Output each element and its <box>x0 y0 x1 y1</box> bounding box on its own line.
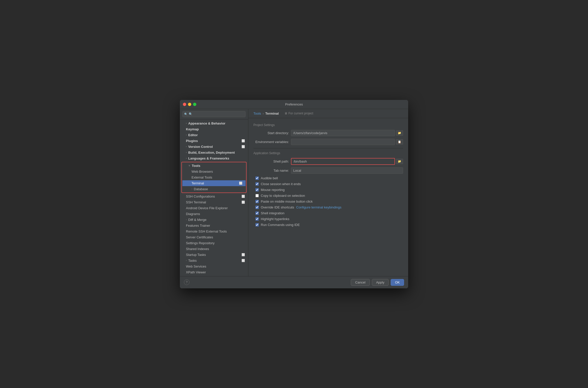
sidebar-item-label: Startup Tasks <box>186 253 206 257</box>
close-button[interactable] <box>183 103 186 106</box>
badge-icon: ⬜ <box>241 253 245 256</box>
sidebar-item-shared-indexes[interactable]: Shared Indexes <box>180 246 248 252</box>
mouse-reporting-checkbox[interactable] <box>255 188 259 191</box>
sidebar-item-editor[interactable]: › Editor <box>180 132 248 138</box>
checkbox-paste-middle: Paste on middle mouse button click <box>253 200 403 203</box>
shell-path-row: Shell path: 📁 <box>253 158 403 165</box>
sidebar-item-label: External Tools <box>192 175 212 179</box>
sidebar-item-diff-merge[interactable]: › Diff & Merge <box>180 217 248 223</box>
sidebar-item-ssh-terminal[interactable]: SSH Terminal ⬜ <box>180 199 248 205</box>
sidebar-item-version-control[interactable]: › Version Control ⬜ <box>180 144 248 150</box>
mouse-reporting-label: Mouse reporting <box>261 188 285 192</box>
copy-clipboard-checkbox[interactable] <box>255 194 259 197</box>
shell-integration-checkbox[interactable] <box>255 211 259 215</box>
sidebar-item-xpath-viewer[interactable]: XPath Viewer <box>180 269 248 275</box>
checkbox-audible-bell: Audible bell <box>253 176 403 180</box>
checkbox-copy-clipboard: Copy to clipboard on selection <box>253 194 403 198</box>
sidebar-item-web-browsers[interactable]: Web Browsers <box>182 169 246 174</box>
override-ide-checkbox[interactable] <box>255 206 259 209</box>
paste-middle-label: Paste on middle mouse button click <box>261 200 313 203</box>
start-dir-browse-button[interactable]: 📁 <box>396 130 403 136</box>
env-vars-wrap: 📋 <box>291 139 403 145</box>
apply-button[interactable]: Apply <box>372 279 389 286</box>
sidebar-item-tools[interactable]: ∨ Tools <box>182 163 246 169</box>
minimize-button[interactable] <box>188 103 191 106</box>
sidebar-item-appearance[interactable]: › Appearance & Behavior <box>180 120 248 126</box>
search-input[interactable] <box>182 111 246 117</box>
sidebar-item-label: Database <box>194 187 208 191</box>
env-vars-row: Environment variables: 📋 <box>253 139 403 145</box>
highlight-hyperlinks-checkbox[interactable] <box>255 217 259 221</box>
chevron-icon: › <box>186 151 187 154</box>
help-button[interactable]: ? <box>184 279 189 285</box>
sidebar-item-server-certs[interactable]: Server Certificates <box>180 234 248 240</box>
maximize-button[interactable] <box>193 103 196 106</box>
sidebar: 🔍 › Appearance & Behavior Keymap › Edito… <box>180 109 248 276</box>
configure-keybindings-link[interactable]: Configure terminal keybindings <box>296 205 341 209</box>
start-dir-input[interactable] <box>291 130 395 136</box>
search-icon: 🔍 <box>184 112 188 116</box>
sidebar-item-external-tools[interactable]: External Tools <box>182 174 246 180</box>
badge-icon: ⬜ <box>241 259 245 262</box>
sidebar-item-label: Terminal <box>192 181 204 185</box>
sidebar-item-diagrams[interactable]: Diagrams <box>180 211 248 217</box>
chevron-icon: › <box>186 218 187 221</box>
sidebar-item-label: Plugins <box>186 139 198 143</box>
sidebar-item-label: Tools <box>192 164 200 168</box>
audible-bell-checkbox[interactable] <box>255 177 259 180</box>
sidebar-item-database[interactable]: › Database <box>182 186 246 192</box>
env-vars-label: Environment variables: <box>253 140 289 144</box>
shell-path-input[interactable] <box>291 158 395 165</box>
ok-button[interactable]: OK <box>391 279 404 286</box>
section-divider <box>253 148 403 148</box>
sidebar-item-label: Editor <box>188 133 198 137</box>
sidebar-item-languages[interactable]: › Languages & Frameworks <box>180 155 248 161</box>
sidebar-item-remote-ssh[interactable]: Remote SSH External Tools <box>180 228 248 234</box>
start-dir-label: Start directory: <box>253 131 289 135</box>
sidebar-item-keymap[interactable]: Keymap <box>180 126 248 132</box>
env-vars-input[interactable] <box>291 139 395 145</box>
sidebar-item-android-device[interactable]: Android Device File Explorer <box>180 205 248 211</box>
audible-bell-label: Audible bell <box>261 176 278 180</box>
sidebar-item-tasks[interactable]: › Tasks ⬜ <box>180 258 248 263</box>
sidebar-item-settings-repo[interactable]: Settings Repository <box>180 240 248 246</box>
preferences-dialog: Preferences 🔍 › Appearance & Behavior Ke… <box>180 100 408 288</box>
close-session-checkbox[interactable] <box>255 182 259 186</box>
sidebar-item-terminal[interactable]: Terminal ⬜ <box>182 180 246 186</box>
chevron-icon: › <box>186 134 187 136</box>
chevron-icon: › <box>186 259 187 262</box>
sidebar-item-label: SSH Terminal <box>186 200 206 204</box>
sidebar-item-label: Server Certificates <box>186 235 213 239</box>
search-wrap: 🔍 <box>182 111 246 117</box>
traffic-lights <box>183 103 196 106</box>
sidebar-item-startup-tasks[interactable]: Startup Tasks ⬜ <box>180 252 248 258</box>
sidebar-item-label: Keymap <box>186 127 199 131</box>
breadcrumb-project: 🖥 For current project <box>284 112 313 115</box>
sidebar-item-build[interactable]: › Build, Execution, Deployment <box>180 150 248 155</box>
shell-path-browse-button[interactable]: 📁 <box>396 159 403 164</box>
close-session-label: Close session when it ends <box>261 182 301 186</box>
sidebar-item-label: Features Trainer <box>186 224 210 227</box>
badge-icon: ⬜ <box>241 195 245 198</box>
start-dir-row: Start directory: 📁 <box>253 130 403 136</box>
sidebar-item-label: Shared Indexes <box>186 247 209 251</box>
sidebar-item-label: Diff & Merge <box>188 218 206 222</box>
run-commands-checkbox[interactable] <box>255 223 259 226</box>
sidebar-item-label: Remote SSH External Tools <box>186 230 227 233</box>
env-vars-browse-button[interactable]: 📋 <box>396 139 403 145</box>
badge-icon: ⬜ <box>239 182 243 185</box>
title-bar: Preferences <box>180 100 408 109</box>
sidebar-item-features-trainer[interactable]: Features Trainer <box>180 223 248 228</box>
dialog-footer: ? Cancel Apply OK <box>180 276 408 288</box>
search-box: 🔍 <box>180 109 248 119</box>
checkbox-highlight-hyperlinks: Highlight hyperlinks <box>253 217 403 221</box>
sidebar-item-ssh-configurations[interactable]: SSH Configurations ⬜ <box>180 193 248 199</box>
sidebar-item-label: Tasks <box>188 259 197 262</box>
cancel-button[interactable]: Cancel <box>351 279 370 286</box>
sidebar-item-plugins[interactable]: Plugins ⬜ <box>180 138 248 144</box>
paste-middle-checkbox[interactable] <box>255 200 259 203</box>
badge-icon: ⬜ <box>241 139 245 143</box>
tab-name-input[interactable] <box>291 167 403 174</box>
sidebar-item-web-services[interactable]: Web Services <box>180 263 248 269</box>
shell-path-wrap: 📁 <box>291 158 403 165</box>
